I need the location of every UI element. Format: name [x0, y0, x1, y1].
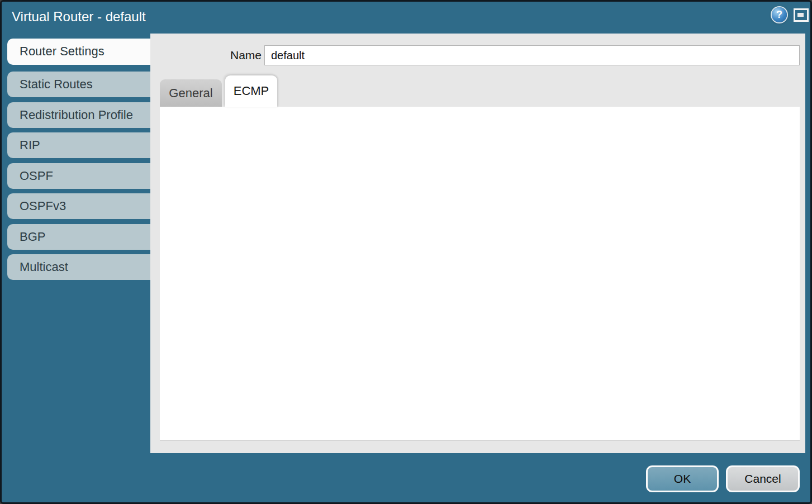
- sidebar-item-multicast[interactable]: Multicast: [7, 254, 150, 280]
- sidebar-item-static-routes[interactable]: Static Routes: [7, 72, 150, 97]
- virtual-router-dialog: Virtual Router - default ? Router Settin…: [0, 0, 812, 504]
- cancel-button[interactable]: Cancel: [726, 465, 800, 492]
- dialog-title: Virtual Router - default: [12, 9, 146, 25]
- sidebar-item-ospf[interactable]: OSPF: [7, 163, 150, 189]
- name-label: Name: [230, 45, 259, 65]
- tab-general[interactable]: General: [160, 79, 222, 107]
- restore-window-icon[interactable]: [794, 8, 809, 22]
- sidebar-item-redistribution-profile[interactable]: Redistribution Profile: [7, 102, 150, 128]
- sidebar-item-rip[interactable]: RIP: [7, 132, 150, 158]
- tab-ecmp[interactable]: ECMP: [225, 75, 277, 107]
- sidebar-item-bgp[interactable]: BGP: [7, 224, 150, 250]
- sidebar-item-ospfv3[interactable]: OSPFv3: [7, 193, 150, 219]
- help-icon[interactable]: ?: [772, 7, 787, 22]
- name-input[interactable]: [264, 45, 800, 65]
- ecmp-tab-content: [160, 107, 800, 441]
- ok-button[interactable]: OK: [646, 465, 719, 492]
- sidebar-item-router-settings[interactable]: Router Settings: [7, 39, 150, 65]
- restore-window-icon-inner: [797, 13, 804, 17]
